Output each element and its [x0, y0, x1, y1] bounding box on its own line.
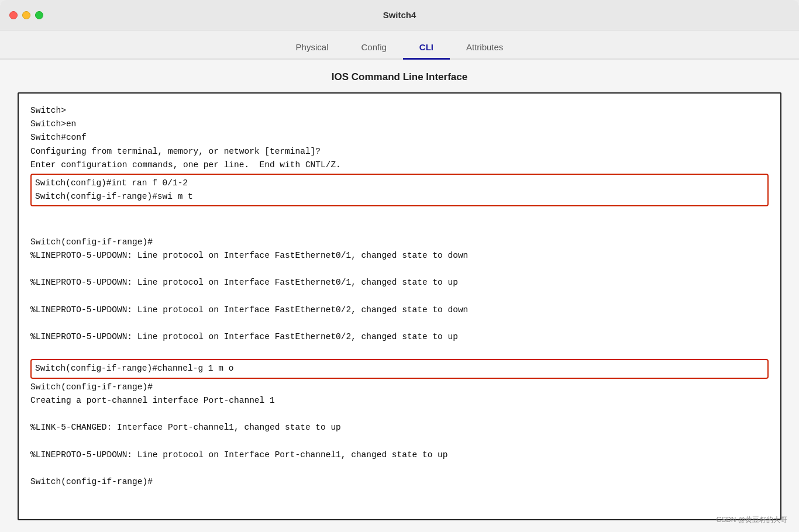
terminal-line: %LINEPROTO-5-UPDOWN: Line protocol on In…: [30, 330, 769, 344]
highlight-block-b: Switch(config-if-range)#channel-g 1 m o: [30, 359, 769, 378]
terminal-line: [30, 462, 769, 475]
watermark: CSDN @黄豆籽的大哥: [716, 515, 787, 525]
terminal-line: Switch(config-if-range)#: [30, 475, 769, 489]
terminal-line: Switch>en: [30, 118, 769, 131]
terminal-line: [30, 344, 769, 357]
tab-cli[interactable]: CLI: [403, 36, 450, 60]
maximize-button[interactable]: [35, 11, 43, 19]
tab-config[interactable]: Config: [345, 36, 402, 60]
terminal-line: %LINEPROTO-5-UPDOWN: Line protocol on In…: [30, 249, 769, 262]
close-button[interactable]: [9, 11, 18, 19]
terminal-line: [30, 222, 769, 236]
traffic-lights: [9, 11, 43, 19]
terminal-line: [30, 434, 769, 448]
tab-physical[interactable]: Physical: [280, 36, 345, 60]
terminal-line: Switch>: [30, 104, 769, 118]
title-bar: Switch4: [0, 0, 799, 30]
highlight-block-a: Switch(config)#int ran f 0/1-2Switch(con…: [30, 174, 769, 206]
terminal-line: [30, 262, 769, 276]
minimize-button[interactable]: [22, 11, 30, 19]
terminal-line: %LINEPROTO-5-UPDOWN: Line protocol on In…: [30, 276, 769, 289]
terminal-line: %LINEPROTO-5-UPDOWN: Line protocol on In…: [30, 303, 769, 317]
content-area: IOS Command Line Interface Switch>Switch…: [0, 60, 799, 532]
tab-attributes[interactable]: Attributes: [450, 36, 519, 60]
tab-bar: Physical Config CLI Attributes: [0, 30, 799, 60]
terminal-line: Switch(config-if-range)#: [30, 381, 769, 394]
terminal-line: Switch#conf: [30, 131, 769, 144]
section-title: IOS Command Line Interface: [18, 71, 781, 83]
terminal-line: [30, 289, 769, 303]
terminal-line: %LINK-5-CHANGED: Interface Port-channel1…: [30, 421, 769, 434]
terminal-line: Creating a port-channel interface Port-c…: [30, 394, 769, 407]
terminal-line: [30, 208, 769, 222]
terminal-line: [30, 317, 769, 330]
terminal-line: [30, 407, 769, 421]
terminal-line: Enter configuration commands, one per li…: [30, 158, 769, 172]
terminal-line: Switch(config-if-range)#: [30, 236, 769, 249]
terminal[interactable]: Switch>Switch>enSwitch#confConfiguring f…: [18, 92, 781, 520]
terminal-line: Configuring from terminal, memory, or ne…: [30, 145, 769, 158]
terminal-line: %LINEPROTO-5-UPDOWN: Line protocol on In…: [30, 448, 769, 462]
window-title: Switch4: [383, 10, 416, 20]
